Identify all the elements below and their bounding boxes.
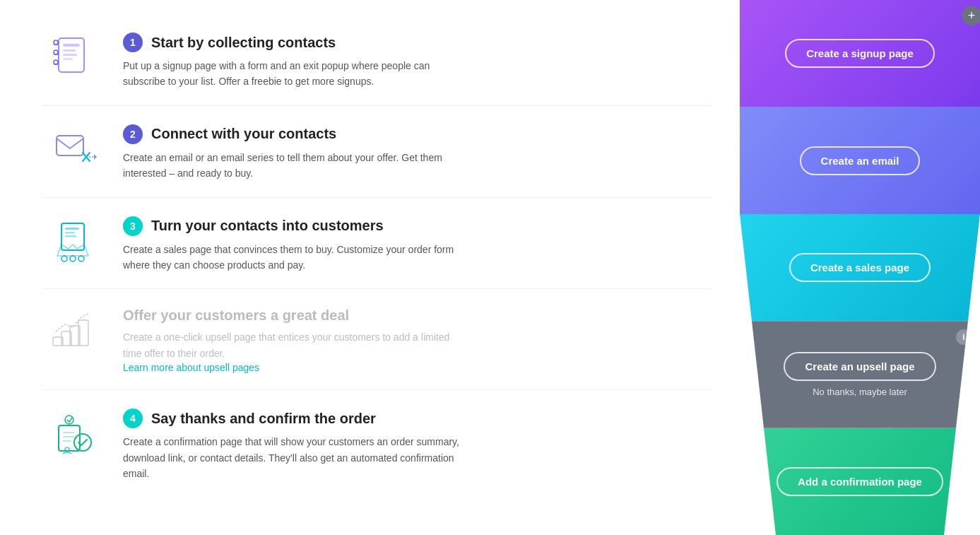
step-content-2: 2 Connect with your contacts Create an e… [123,122,712,182]
svg-point-17 [70,256,76,261]
svg-point-19 [78,256,84,261]
svg-line-27 [69,418,72,422]
step-title-4: Offer your customers a great deal [123,307,349,324]
step-title-1: Start by collecting contacts [151,35,336,51]
step-badge-1: 1 [123,33,143,52]
upsell-info-icon[interactable]: i [956,329,972,345]
step-row-2: 2 Connect with your contacts Create an e… [42,106,712,198]
collect-contacts-icon [46,30,102,86]
svg-point-5 [54,40,58,45]
svg-rect-14 [65,228,79,230]
create-signup-page-button[interactable]: Create a signup page [785,39,935,68]
add-step-icon[interactable]: + [962,6,980,25]
funnel-step-confirmation[interactable]: Add a confirmation page [740,428,980,535]
svg-point-18 [61,256,67,261]
step-row-4: Offer your customers a great deal Create… [42,289,712,390]
step-content-4: Offer your customers a great deal Create… [123,305,712,374]
customers-icon [46,213,102,270]
svg-rect-16 [65,235,76,237]
step-icon-wrap-1 [42,30,106,86]
upsell-icon [46,305,102,361]
step-title-row-5: 4 Say thanks and confirm the order [123,408,712,428]
step-title-row-1: 1 Start by collecting contacts [123,33,712,52]
right-panel: + Create a signup page Create an email C… [740,0,980,535]
step-row-3: 3 Turn your contacts into customers Crea… [42,198,712,290]
svg-rect-2 [63,49,76,52]
step-title-2: Connect with your contacts [151,126,336,142]
step-badge-2: 2 [123,124,143,144]
funnel-step-signup[interactable]: Create a signup page [740,0,980,107]
step-title-5: Say thanks and confirm the order [151,411,376,427]
step-row-5: 4 Say thanks and confirm the order Creat… [42,390,712,497]
step-desc-2: Create an email or an email series to te… [123,150,462,182]
step-badge-5: 4 [123,408,143,428]
step-icon-wrap-2 [42,122,106,178]
connect-contacts-icon [46,122,102,178]
svg-marker-12 [94,154,97,160]
step-icon-wrap-4 [42,305,106,361]
step-desc-4: Create a one-click upsell page that enti… [123,329,462,361]
svg-rect-3 [63,54,77,56]
step-desc-3: Create a sales page that convinces them … [123,242,462,274]
step-icon-wrap-3 [42,213,106,270]
svg-rect-11 [57,136,83,155]
upsell-skip-label[interactable]: No thanks, maybe later [813,387,907,397]
svg-point-28 [74,434,91,451]
step-title-3: Turn your contacts into customers [151,218,384,234]
upsell-content: Create an upsell page No thanks, maybe l… [784,352,935,397]
step-desc-1: Put up a signup page with a form and an … [123,58,462,90]
svg-point-7 [54,50,58,54]
svg-rect-15 [65,232,75,234]
confirmation-icon [46,406,102,462]
add-confirmation-page-button[interactable]: Add a confirmation page [777,467,943,496]
step-icon-wrap-5 [42,406,106,462]
svg-point-25 [65,416,73,424]
left-panel: 1 Start by collecting contacts Put up a … [0,0,740,535]
main-container: 1 Start by collecting contacts Put up a … [0,0,980,535]
svg-rect-1 [63,44,80,47]
step-desc-5: Create a confirmation page that will sho… [123,434,462,481]
funnel-step-sales[interactable]: Create a sales page [740,214,980,321]
create-sales-page-button[interactable]: Create a sales page [789,253,931,282]
step-row-1: 1 Start by collecting contacts Put up a … [42,14,712,106]
funnel-step-upsell[interactable]: i Create an upsell page No thanks, maybe… [740,321,980,428]
create-email-button[interactable]: Create an email [800,146,921,175]
svg-point-9 [54,60,58,64]
step-title-row-2: 2 Connect with your contacts [123,124,712,144]
step-title-row-3: 3 Turn your contacts into customers [123,216,712,236]
step-title-row-4: Offer your customers a great deal [123,307,712,324]
step-content-3: 3 Turn your contacts into customers Crea… [123,213,712,274]
step-badge-3: 3 [123,216,143,236]
svg-rect-4 [63,58,73,60]
step-content-1: 1 Start by collecting contacts Put up a … [123,30,712,90]
upsell-learn-more-link[interactable]: Learn more about upsell pages [123,362,259,373]
funnel-step-email[interactable]: Create an email [740,107,980,213]
step-content-5: 4 Say thanks and confirm the order Creat… [123,406,712,481]
create-upsell-page-button[interactable]: Create an upsell page [784,352,935,381]
svg-rect-24 [59,425,80,451]
